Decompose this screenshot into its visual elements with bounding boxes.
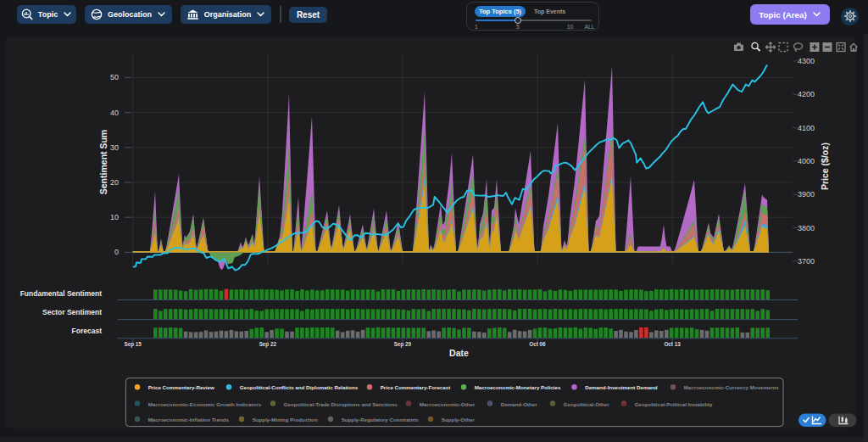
svg-text:4100: 4100 <box>798 124 815 132</box>
svg-text:Oct 13: Oct 13 <box>664 341 681 347</box>
svg-text:Macroeconomic-Other: Macroeconomic-Other <box>420 401 476 407</box>
svg-text:40: 40 <box>110 109 119 117</box>
svg-text:Sector Sentiment: Sector Sentiment <box>42 308 102 316</box>
svg-text:Demand-Other: Demand-Other <box>501 401 538 407</box>
svg-text:Price Commentary-Review: Price Commentary-Review <box>148 384 214 390</box>
svg-text:Supply-Mining Production: Supply-Mining Production <box>253 417 318 422</box>
svg-text:3700: 3700 <box>798 257 815 266</box>
svg-text:Demand-Investment Demand: Demand-Investment Demand <box>585 384 657 390</box>
svg-text:Supply-Other: Supply-Other <box>442 417 476 422</box>
svg-text:3900: 3900 <box>798 190 815 199</box>
svg-text:Date: Date <box>449 348 469 358</box>
svg-text:3800: 3800 <box>798 224 815 232</box>
svg-text:Geopolitical-Conflicts and Dip: Geopolitical-Conflicts and Diplomatic Re… <box>240 384 359 390</box>
svg-text:Geopolitical-Political Instabi: Geopolitical-Political Instability <box>635 401 713 407</box>
svg-text:Macroeconomic-Inflation Trends: Macroeconomic-Inflation Trends <box>148 417 230 422</box>
svg-text:50: 50 <box>110 73 119 81</box>
svg-text:4300: 4300 <box>798 57 815 65</box>
svg-text:Forecast: Forecast <box>72 327 103 335</box>
svg-text:30: 30 <box>110 143 119 152</box>
svg-text:10: 10 <box>110 213 119 221</box>
svg-text:Price ($/oz): Price ($/oz) <box>820 143 830 190</box>
svg-text:Sentiment Sum: Sentiment Sum <box>98 130 108 194</box>
svg-text:Geopolitical-Trade Disruptions: Geopolitical-Trade Disruptions and Sanct… <box>284 401 398 407</box>
svg-text:Fundamental Sentiment: Fundamental Sentiment <box>20 289 103 298</box>
svg-text:Sep 29: Sep 29 <box>394 341 412 348</box>
svg-text:Geopolitical-Other: Geopolitical-Other <box>564 401 610 407</box>
svg-text:20: 20 <box>110 178 119 187</box>
svg-text:4000: 4000 <box>798 157 815 165</box>
svg-text:Supply-Regulatory Constraints: Supply-Regulatory Constraints <box>342 417 420 422</box>
svg-text:Sep 15: Sep 15 <box>125 341 142 348</box>
svg-text:4200: 4200 <box>798 90 815 98</box>
svg-text:Sep 22: Sep 22 <box>259 341 277 348</box>
svg-text:0: 0 <box>114 248 119 256</box>
svg-text:Price Commentary-Forecast: Price Commentary-Forecast <box>381 384 451 390</box>
svg-text:Oct 06: Oct 06 <box>529 341 546 347</box>
svg-text:Macroeconomic-Monetary Policie: Macroeconomic-Monetary Policies <box>475 384 561 390</box>
svg-text:Macroeconomic-Currency Movemen: Macroeconomic-Currency Movements <box>684 384 780 390</box>
svg-text:Macroeconomic-Economic Growth: Macroeconomic-Economic Growth Indicators <box>148 401 262 407</box>
